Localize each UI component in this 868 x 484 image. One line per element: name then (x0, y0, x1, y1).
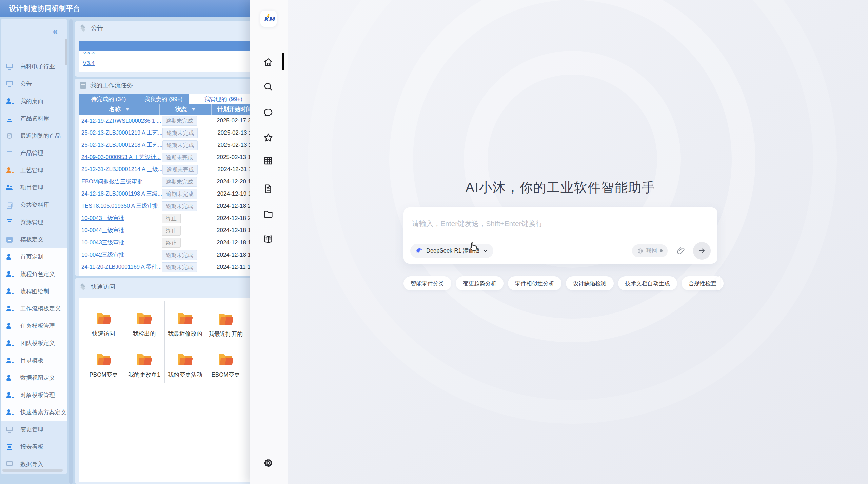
sidebar-item[interactable]: 公共资料库 (1, 196, 67, 214)
folder-item[interactable]: 我最近修改的 (165, 301, 205, 342)
folder-item[interactable]: 快速访问 (83, 301, 124, 342)
filter-funnel-icon[interactable] (192, 108, 196, 111)
folder-item[interactable]: 我最近打开的 (205, 301, 246, 342)
sidebar-item-label: 报表看板 (20, 443, 43, 451)
sidebar-item[interactable]: 项目管理 (1, 179, 67, 196)
announcement-item[interactable] (79, 41, 250, 51)
tasks-tabs: 待完成的 (34) 我负责的 (99+) 我管理的 (99+) (79, 94, 250, 104)
attach-button[interactable] (676, 246, 686, 256)
task-link[interactable]: 10-0044三级审批 (81, 227, 124, 233)
document-icon[interactable] (263, 183, 274, 194)
folder-item[interactable]: PBOM变更 (83, 342, 124, 383)
chevron-down-icon (483, 248, 488, 254)
tasks-tab[interactable]: 我管理的 (99+) (189, 94, 250, 104)
task-link[interactable]: 10-0043三级审批 (81, 239, 124, 245)
partial-chip[interactable] (716, 276, 720, 290)
sidebar-item-icon (6, 115, 13, 122)
sidebar-item[interactable]: 团队模板定义 (1, 335, 67, 352)
home-icon[interactable] (263, 57, 274, 68)
task-start-time: 2024-12-18 20 (217, 203, 250, 209)
folder-nav-icon[interactable] (263, 208, 274, 219)
sidebar-item[interactable]: 对象模板管理 (1, 386, 67, 404)
announcement-link[interactable]: V3.4 (83, 60, 95, 66)
task-link[interactable]: 10-0042三级审批 (81, 251, 124, 258)
task-link[interactable]: 25-02-13-ZLBJ0001219 A 工艺... (81, 129, 162, 136)
sidebar-collapse-icon[interactable]: « (53, 27, 58, 36)
sidebar-item[interactable]: 任务模板管理 (1, 317, 67, 335)
sidebar-item[interactable]: 工作流模板定义 (1, 300, 67, 317)
sidebar-item[interactable]: 快速搜索方案定义 (1, 404, 67, 421)
table-row-partial: -- (79, 273, 250, 276)
sidebar-item-icon (6, 184, 13, 191)
task-link[interactable]: 24-12-18-ZLBJ0001198 A 三级... (81, 190, 162, 197)
announcement-item[interactable]: V3.4 (79, 60, 250, 67)
announcement-item[interactable]: V3.3 (79, 52, 250, 57)
status-badge: 逾期未完成 (162, 201, 197, 211)
model-selector[interactable]: DeepSeek-R1 满血版 (410, 244, 493, 258)
suggestion-chip[interactable]: 设计缺陷检测 (566, 276, 614, 290)
sidebar-item[interactable]: 流程图绘制 (1, 283, 67, 300)
sidebar-item[interactable]: 我的桌面 (1, 93, 67, 110)
sidebar-item[interactable]: 资源管理 (1, 214, 67, 231)
folder-item[interactable]: EBOM变更 (205, 342, 246, 383)
sidebar-item-icon (6, 375, 13, 381)
sidebar-item[interactable]: 工艺管理 (1, 162, 67, 179)
sidebar-item[interactable]: 首页定制 (1, 248, 67, 265)
content-scrollbar[interactable] (69, 19, 73, 484)
message-composer[interactable]: 请输入，Enter键发送，Shift+Enter键换行 DeepSeek-R1 … (403, 207, 717, 264)
sidebar-item[interactable]: 产品资料库 (1, 110, 67, 127)
send-button[interactable] (693, 242, 711, 260)
search-icon[interactable] (263, 81, 274, 92)
folder-item[interactable]: 我的更改单1 (124, 342, 165, 383)
folder-item[interactable]: 我的变更活动 (165, 342, 205, 383)
folder-item[interactable]: 我检出的 (124, 301, 165, 342)
sidebar-item[interactable]: 报表看板 (1, 438, 67, 456)
folder-label: 我的变更活动 (168, 371, 202, 379)
sidebar-item[interactable]: 目录模板 (1, 352, 67, 369)
settings-gear-icon[interactable] (263, 458, 274, 468)
tasks-tab[interactable]: 我负责的 (99+) (138, 94, 189, 104)
task-link[interactable]: 24-12-19-ZZRWSL0000236 1 ... (81, 118, 161, 124)
sidebar-item[interactable]: 系统定制 (1, 473, 67, 474)
sidebar-item[interactable]: 模板定义 (1, 231, 67, 248)
tasks-tab[interactable]: 待完成的 (34) (79, 94, 138, 104)
table-row: 24-09-03-0000953 A 工艺设计... 逾期未完成 2025-02… (79, 151, 250, 163)
sidebar-item[interactable]: 流程角色定义 (1, 265, 67, 283)
task-link[interactable]: 25-02-13-ZLBJ0001218 A 工艺... (81, 142, 162, 148)
sidebar-horizontal-scrollbar[interactable] (2, 469, 63, 472)
announcement-link[interactable]: V3.3 (83, 52, 95, 56)
task-link[interactable]: 24-09-03-0000953 A 工艺设计... (81, 154, 161, 160)
suggestion-chip[interactable]: 变更趋势分析 (456, 276, 504, 290)
suggestion-chip[interactable]: 技术文档自动生成 (618, 276, 677, 290)
task-link[interactable]: EBOM问题报告三级审批 (81, 178, 143, 184)
sidebar-item-label: 公告 (20, 80, 32, 88)
star-icon[interactable] (263, 132, 274, 143)
apps-grid-icon[interactable] (263, 155, 274, 166)
km-logo[interactable]: KM (260, 11, 277, 27)
status-badge: 逾期未完成 (162, 153, 197, 162)
folder-icon (177, 311, 194, 325)
web-search-label: 联网 (646, 247, 657, 255)
table-row: EBOM问题报告三级审批 逾期未完成 2024-12-20 10 (79, 176, 250, 188)
suggestion-chip[interactable]: 智能零件分类 (403, 276, 451, 290)
task-link[interactable]: 24-11-20-ZLBJ0001169 A 零件... (81, 264, 162, 270)
folder-icon (177, 352, 194, 366)
sidebar-item[interactable]: 最近浏览的产品 (1, 127, 67, 144)
sidebar-item[interactable]: 高科电子行业 (1, 58, 67, 75)
filter-funnel-icon[interactable] (125, 108, 130, 111)
task-link[interactable]: 25-12-31-ZLBJ0001214 A 三级... (81, 166, 162, 172)
sidebar-item[interactable]: 公告 (1, 75, 67, 93)
chat-icon[interactable] (263, 107, 274, 118)
folder-label: 快速访问 (92, 330, 115, 338)
web-search-toggle[interactable]: 联网 (632, 244, 668, 257)
task-link[interactable]: 10-0043三级审批 (81, 215, 124, 221)
table-row: 24-12-19-ZZRWSL0000236 1 ... 逾期未完成 2025-… (79, 115, 250, 127)
sidebar-item[interactable]: 变更管理 (1, 421, 67, 438)
knowledge-book-icon[interactable] (263, 234, 274, 245)
sidebar-vertical-scrollbar[interactable] (65, 39, 67, 65)
sidebar-item[interactable]: 数据视图定义 (1, 369, 67, 386)
sidebar-item[interactable]: 产品管理 (1, 144, 67, 162)
suggestion-chip[interactable]: 零件相似性分析 (508, 276, 561, 290)
task-link[interactable]: TEST8.105.019350 A 三级审批 (81, 203, 158, 209)
folder-icon (136, 352, 153, 366)
